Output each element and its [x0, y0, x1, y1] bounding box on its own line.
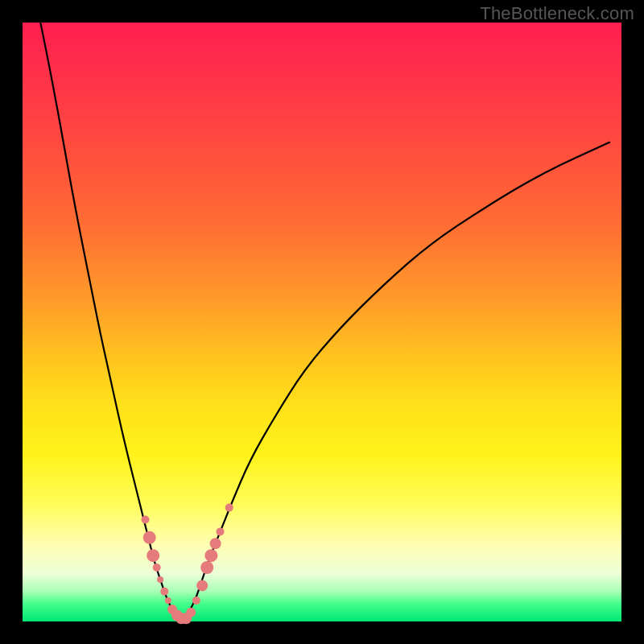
data-marker [142, 516, 150, 524]
watermark-text: TheBottleneck.com [480, 3, 634, 24]
data-marker [165, 597, 171, 604]
chart-frame: TheBottleneck.com [0, 0, 644, 644]
curve-left-branch [40, 23, 178, 621]
data-marker [143, 531, 156, 544]
data-marker [192, 597, 200, 605]
data-marker [186, 608, 196, 617]
data-marker [204, 549, 217, 562]
data-marker [217, 527, 225, 535]
data-marker [157, 576, 163, 583]
chart-svg [23, 23, 621, 621]
marker-group [142, 504, 233, 625]
data-marker [160, 588, 168, 596]
curve-right-branch [184, 142, 609, 621]
data-marker [210, 538, 221, 549]
data-marker [225, 504, 233, 512]
data-marker [153, 564, 161, 572]
data-marker [200, 561, 213, 574]
plot-area [23, 23, 621, 621]
data-marker [196, 580, 208, 591]
data-marker [147, 549, 159, 562]
